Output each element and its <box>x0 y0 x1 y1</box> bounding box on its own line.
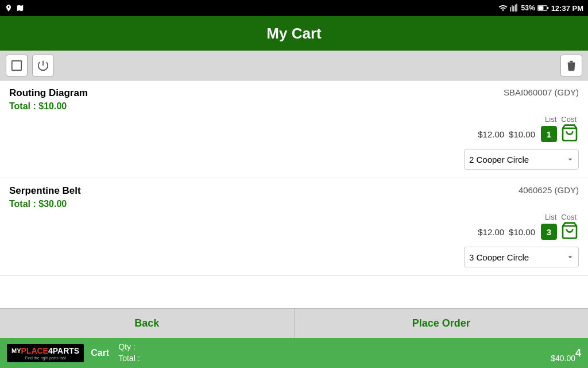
item-2-price-labels: List Cost <box>543 213 579 221</box>
logo-my: MY <box>11 347 21 354</box>
svg-rect-2 <box>538 6 543 10</box>
item-1-sku: SBAI060007 (GDY) <box>504 87 579 97</box>
logo-place: PLACE <box>21 346 48 355</box>
footer-qty-label: Qty : <box>118 342 136 353</box>
item-2-name: Serpentine Belt <box>9 185 81 197</box>
delete-button[interactable] <box>560 55 582 76</box>
logo-4: 4 <box>48 346 53 355</box>
item-2-list-price: $12.00 <box>475 227 506 237</box>
item-1-price-values: $12.00 $10.00 1 <box>475 124 579 144</box>
svg-rect-3 <box>12 60 22 70</box>
item-2-cost-price: $10.00 <box>506 227 537 237</box>
item-1-location-select[interactable]: 2 Cooper Circle 3 Cooper Circle <box>464 149 579 170</box>
page-title: My Cart <box>266 25 321 43</box>
item-1-qty-badge: 1 <box>541 126 557 142</box>
item-1-name: Routing Diagram <box>9 87 88 99</box>
footer-cart-label: Cart <box>91 348 109 358</box>
item-1-location-row: 2 Cooper Circle 3 Cooper Circle <box>9 149 579 170</box>
item-2-qty-badge: 3 <box>541 224 557 240</box>
item-1-cost-price: $10.00 <box>506 129 537 139</box>
cart-item-1-header: Routing Diagram SBAI060007 (GDY) <box>9 87 579 99</box>
action-buttons: Back Place Order <box>0 308 588 338</box>
item-1-price-block: List Cost $12.00 $10.00 1 <box>475 115 579 144</box>
battery-icon <box>537 4 549 12</box>
time-display: 12:37 PM <box>551 4 583 13</box>
square-button[interactable] <box>6 55 28 76</box>
map-icon <box>16 4 24 12</box>
item-1-cart-icon[interactable] <box>560 124 579 144</box>
item-2-price-block: List Cost $12.00 $10.00 3 <box>475 213 579 242</box>
footer-total-value: $40.00 <box>551 353 575 365</box>
trash-icon <box>565 59 578 72</box>
battery-percent: 53% <box>521 4 535 12</box>
svg-rect-1 <box>547 7 548 9</box>
item-1-pricing: List Cost $12.00 $10.00 1 <box>9 115 579 144</box>
item-2-sku: 4060625 (GDY) <box>519 185 579 195</box>
footer-summary: Qty : Total : $40.00 <box>118 339 575 366</box>
item-2-list-label: List <box>543 213 559 221</box>
cart-content: Routing Diagram SBAI060007 (GDY) Total :… <box>0 80 588 308</box>
item-2-location-select[interactable]: 2 Cooper Circle 3 Cooper Circle <box>464 247 579 267</box>
page-header: My Cart <box>0 16 588 51</box>
logo-tagline: Find the right parts fast <box>25 356 66 360</box>
toolbar-left <box>6 55 54 76</box>
footer-qty-line: Qty : <box>118 342 575 353</box>
wifi-icon <box>498 3 508 13</box>
cart-item-2-header: Serpentine Belt 4060625 (GDY) <box>9 185 579 197</box>
status-bar: 53% 12:37 PM <box>0 0 588 16</box>
shopping-cart-2-icon <box>560 221 579 240</box>
footer-total-line: Total : $40.00 <box>118 353 575 365</box>
item-2-total: Total : $30.00 <box>9 199 579 209</box>
logo: MY PLACE 4 PARTS Find the right parts fa… <box>7 344 84 362</box>
item-1-list-price: $12.00 <box>475 129 506 139</box>
item-1-total: Total : $10.00 <box>9 101 579 112</box>
item-1-cost-label: Cost <box>559 115 579 124</box>
location-icon <box>5 4 13 12</box>
power-button[interactable] <box>32 55 54 76</box>
status-icons-right: 53% 12:37 PM <box>498 3 583 13</box>
toolbar <box>0 51 588 80</box>
back-button[interactable]: Back <box>0 309 295 338</box>
item-2-cost-label: Cost <box>559 213 579 221</box>
footer-count: 4 <box>575 347 581 359</box>
footer: MY PLACE 4 PARTS Find the right parts fa… <box>0 338 588 368</box>
status-icons-left <box>5 4 24 12</box>
logo-line1: MY PLACE 4 PARTS <box>11 346 79 355</box>
signal-icon <box>510 3 519 13</box>
item-1-list-label: List <box>543 115 559 124</box>
footer-total-label: Total : <box>118 353 140 365</box>
item-2-location-row: 2 Cooper Circle 3 Cooper Circle <box>9 247 579 267</box>
cart-item-1: Routing Diagram SBAI060007 (GDY) Total :… <box>0 80 588 178</box>
square-icon <box>10 59 23 72</box>
item-2-cart-icon[interactable] <box>560 221 579 242</box>
item-1-price-labels: List Cost <box>543 115 579 124</box>
item-2-price-values: $12.00 $10.00 3 <box>475 221 579 242</box>
shopping-cart-icon <box>560 124 579 142</box>
logo-parts: PARTS <box>53 346 79 355</box>
place-order-button[interactable]: Place Order <box>295 309 589 338</box>
toolbar-right <box>560 55 582 76</box>
item-2-pricing: List Cost $12.00 $10.00 3 <box>9 213 579 242</box>
cart-item-2: Serpentine Belt 4060625 (GDY) Total : $3… <box>0 178 588 276</box>
power-icon <box>37 59 49 72</box>
